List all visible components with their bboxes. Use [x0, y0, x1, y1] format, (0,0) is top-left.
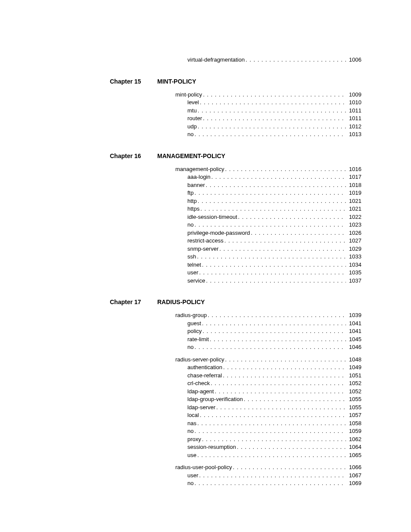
toc-entry[interactable]: user1067 [187, 472, 361, 480]
toc-entry[interactable]: no1023 [187, 221, 361, 229]
toc-entry-label: no [187, 131, 193, 139]
toc-entry[interactable]: aaa-login1017 [187, 173, 361, 181]
toc-entry-page: 1010 [346, 99, 361, 107]
toc-leader-dots [205, 277, 346, 285]
toc-entry[interactable]: snmp-server1029 [187, 245, 361, 253]
toc-entry-label: user [187, 472, 198, 480]
toc-entry[interactable]: crl-check1052 [187, 380, 361, 388]
toc-entry-page: 1006 [346, 56, 361, 64]
toc-entry[interactable]: level1010 [187, 99, 361, 107]
toc-entry[interactable]: idle-session-timeout1022 [187, 213, 361, 221]
toc-entry-page: 1012 [346, 123, 361, 131]
toc-entry[interactable]: proxy1062 [187, 436, 361, 444]
toc-entry-page: 1049 [346, 364, 361, 372]
toc-entry[interactable]: radius-group1039 [175, 311, 361, 320]
toc-entry[interactable]: local1057 [187, 411, 361, 420]
toc-entry[interactable]: ldap-server1055 [187, 404, 361, 412]
toc-entry-label: no [187, 221, 193, 229]
toc-entry-label: no [187, 427, 193, 436]
toc-entry-label: radius-group [175, 311, 207, 320]
toc-chapter-heading[interactable]: Chapter 17RADIUS-POLICY [110, 299, 361, 305]
toc-entry-page: 1035 [346, 269, 361, 277]
toc-entry-page: 1018 [346, 181, 361, 190]
toc-leader-dots [193, 131, 346, 139]
toc-entry[interactable]: chase-referral1051 [187, 372, 361, 380]
toc-leader-dots [196, 253, 346, 261]
toc-leader-dots [218, 245, 346, 253]
toc-entry[interactable]: router1011 [187, 115, 361, 123]
toc-entry[interactable]: no1013 [187, 131, 361, 139]
toc-entry[interactable]: radius-server-policy1048 [175, 356, 361, 364]
toc-entry[interactable]: ftp1019 [187, 189, 361, 197]
toc-entry[interactable]: virtual-defragmentation1006 [187, 56, 361, 64]
toc-entry-label: mtu [187, 107, 197, 115]
toc-chapter-heading[interactable]: Chapter 15MINT-POLICY [110, 78, 361, 85]
toc-leader-dots [201, 261, 346, 269]
toc-entry[interactable]: telnet1034 [187, 261, 361, 269]
toc-leader-dots [202, 91, 346, 99]
chapter-number: Chapter 16 [110, 152, 157, 159]
toc-entry-label: https [187, 205, 199, 213]
toc-leader-dots [193, 221, 346, 229]
toc-entry[interactable]: banner1018 [187, 181, 361, 190]
toc-entry[interactable]: service1037 [187, 277, 361, 285]
toc-entry[interactable]: mtu1011 [187, 107, 361, 115]
toc-leader-dots [202, 115, 346, 123]
toc-entry-page: 1009 [346, 91, 361, 99]
toc-entry[interactable]: policy1041 [187, 327, 361, 336]
toc-entry[interactable]: ldap-agent1052 [187, 388, 361, 396]
toc-entry-label: no [187, 479, 193, 488]
toc-leader-dots [243, 395, 346, 404]
toc-entry[interactable]: no1059 [187, 427, 361, 436]
toc-entry[interactable]: rate-limit1045 [187, 336, 361, 344]
toc-chapter-section: Chapter 17RADIUS-POLICYradius-group1039g… [110, 299, 361, 488]
toc-leader-dots [209, 336, 346, 344]
toc-entry[interactable]: session-resumption1064 [187, 443, 361, 451]
toc-leader-dots [210, 380, 346, 388]
toc-leader-dots [222, 372, 346, 380]
toc-entry-page: 1059 [346, 427, 361, 436]
toc-entry[interactable]: management-policy1016 [175, 165, 361, 174]
toc-entry-label: user [187, 269, 198, 277]
toc-entry[interactable]: authentication1049 [187, 364, 361, 372]
toc-entry-label: ftp [187, 189, 193, 197]
toc-entry[interactable]: privilege-mode-password1026 [187, 229, 361, 237]
toc-leader-dots [201, 320, 346, 328]
toc-entry[interactable]: udp1012 [187, 123, 361, 131]
toc-entry[interactable]: https1021 [187, 205, 361, 213]
toc-entry-label: router [187, 115, 202, 123]
toc-entry[interactable]: guest1041 [187, 320, 361, 328]
toc-entry-page: 1027 [346, 237, 361, 245]
toc-entry[interactable]: radius-user-pool-policy1066 [175, 464, 361, 472]
toc-entry-label: snmp-server [187, 245, 218, 253]
toc-entry[interactable]: http1021 [187, 197, 361, 205]
toc-entry[interactable]: ssh1033 [187, 253, 361, 261]
toc-entry-page: 1021 [346, 205, 361, 213]
toc-entry-page: 1016 [346, 165, 361, 174]
toc-entry-page: 1041 [346, 320, 361, 328]
toc-entry[interactable]: ldap-group-verification1055 [187, 395, 361, 404]
toc-entry[interactable]: user1035 [187, 269, 361, 277]
toc-entry[interactable]: mint-policy1009 [175, 91, 361, 99]
toc-chapter-heading[interactable]: Chapter 16MANAGEMENT-POLICY [110, 152, 361, 159]
toc-entry[interactable]: no1069 [187, 479, 361, 488]
toc-entry-page: 1045 [346, 336, 361, 344]
toc-entry-label: guest [187, 320, 201, 328]
toc-leader-dots [199, 99, 346, 107]
chapter-title: MANAGEMENT-POLICY [157, 152, 225, 159]
toc-entry[interactable]: nas1058 [187, 420, 361, 428]
toc-leader-dots [222, 364, 346, 372]
toc-entry[interactable]: no1046 [187, 343, 361, 352]
toc-entry-label: local [187, 411, 199, 420]
toc-leader-dots [197, 197, 346, 205]
toc-entry-label: idle-session-timeout [187, 213, 237, 221]
toc-entry-label: use [187, 451, 196, 460]
toc-entry-group: mint-policy1009level1010mtu1011router101… [157, 91, 361, 139]
toc-leader-dots [201, 436, 346, 444]
toc-entry[interactable]: restrict-access1027 [187, 237, 361, 245]
toc-leader-dots [215, 404, 346, 412]
toc-entry-page: 1051 [346, 372, 361, 380]
toc-leader-dots [236, 443, 346, 451]
toc-leader-dots [245, 56, 346, 64]
toc-entry[interactable]: use1065 [187, 451, 361, 460]
